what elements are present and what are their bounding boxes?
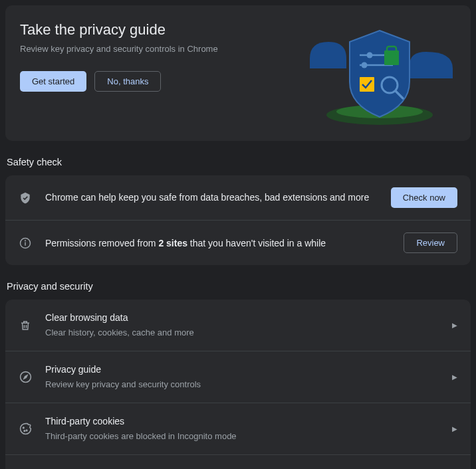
svg-rect-8: [360, 77, 374, 92]
safety-check-text: Chrome can help keep you safe from data …: [45, 191, 378, 205]
privacy-guide-row[interactable]: Privacy guide Review key privacy and sec…: [5, 351, 471, 403]
ads-privacy-row[interactable]: Ads privacy Customise the info used by s…: [5, 454, 471, 469]
privacy-security-group: Clear browsing data Clear history, cooki…: [5, 300, 471, 469]
svg-point-18: [23, 427, 24, 428]
get-started-button[interactable]: Get started: [20, 71, 86, 92]
row-subtitle: Clear history, cookies, cache and more: [45, 326, 439, 339]
permissions-removed-text: Permissions removed from 2 sites that yo…: [45, 238, 390, 248]
info-icon: [19, 236, 32, 250]
svg-marker-17: [24, 375, 27, 379]
svg-point-13: [25, 240, 26, 240]
review-button[interactable]: Review: [404, 233, 457, 253]
check-now-button[interactable]: Check now: [391, 187, 457, 208]
privacy-guide-promo: Take the privacy guide Review key privac…: [5, 5, 471, 141]
safety-check-overview-row: Chrome can help keep you safe from data …: [5, 175, 471, 220]
third-party-cookies-row[interactable]: Third-party cookies Third-party cookies …: [5, 403, 471, 454]
cookie-icon: [19, 422, 32, 436]
chevron-right-icon: ▶: [452, 373, 457, 381]
promo-subtitle: Review key privacy and security controls…: [20, 44, 303, 54]
safety-check-heading: Safety check: [5, 141, 471, 175]
row-title: Third-party cookies: [45, 415, 439, 428]
safety-check-group: Chrome can help keep you safe from data …: [5, 175, 471, 265]
row-subtitle: Third-party cookies are blocked in Incog…: [45, 430, 439, 443]
chevron-right-icon: ▶: [452, 322, 457, 329]
svg-point-19: [26, 430, 27, 431]
chevron-right-icon: ▶: [452, 425, 457, 432]
row-title: Clear browsing data: [45, 312, 439, 325]
compass-icon: [19, 371, 32, 384]
privacy-security-heading: Privacy and security: [5, 265, 471, 300]
svg-point-20: [24, 430, 25, 432]
svg-point-5: [362, 62, 368, 68]
permissions-removed-row: Permissions removed from 2 sites that yo…: [5, 220, 471, 265]
svg-point-3: [367, 52, 373, 58]
privacy-guide-illustration: [303, 19, 456, 125]
clear-browsing-data-row[interactable]: Clear browsing data Clear history, cooki…: [5, 300, 471, 351]
promo-title: Take the privacy guide: [20, 21, 303, 39]
no-thanks-button[interactable]: No, thanks: [94, 71, 161, 92]
row-title: Privacy guide: [45, 363, 439, 377]
shield-check-icon: [19, 191, 32, 205]
trash-icon: [19, 319, 32, 332]
row-subtitle: Review key privacy and security controls: [45, 378, 439, 391]
